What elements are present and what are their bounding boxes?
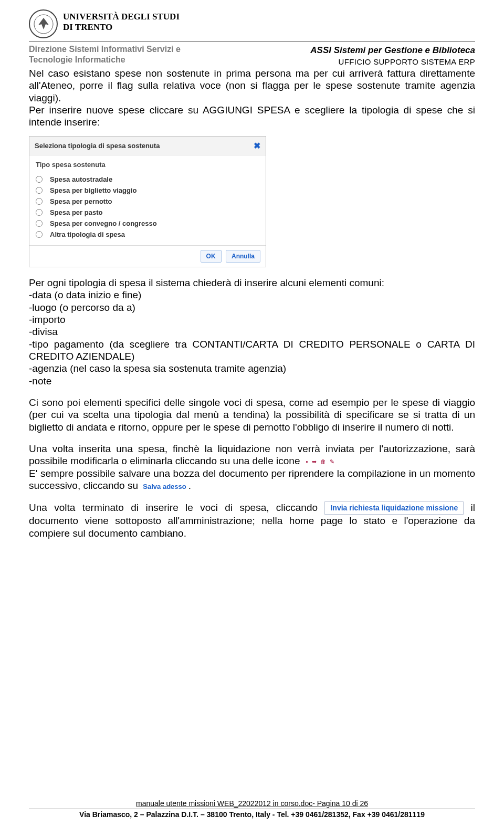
paragraph-5: Una volta inserita una spesa, finchè la … <box>29 443 475 467</box>
list-item: -importo <box>29 313 475 326</box>
radio-label: Spesa per pasto <box>50 208 102 216</box>
radio-option[interactable]: Spesa per pasto <box>35 207 260 218</box>
send-liquidation-request-button[interactable]: Invia richiesta liquidazione missione <box>324 501 464 515</box>
close-icon[interactable]: ✖ <box>254 141 260 151</box>
paragraph-3: Per ogni tipologia di spesa il sistema c… <box>29 277 475 289</box>
radio-option[interactable]: Spesa autostradale <box>35 174 260 185</box>
dialog-subtitle: Tipo spesa sostenuta <box>29 155 266 172</box>
delete-icon[interactable]: 🗑 <box>320 458 326 466</box>
assi-title: ASSI Sistemi per Gestione e Biblioteca <box>310 45 475 56</box>
office-name: UFFICIO SUPPORTO SISTEMA ERP <box>310 57 475 66</box>
detail-icon[interactable]: ▪ <box>306 458 308 466</box>
eagle-seal-icon <box>33 14 54 35</box>
header-divider <box>29 41 475 42</box>
radio-input[interactable] <box>36 187 43 194</box>
radio-input[interactable] <box>36 220 43 227</box>
ok-button[interactable]: OK <box>201 250 222 263</box>
edit-icon[interactable]: ✎ <box>330 458 334 466</box>
page-header: UNIVERSITÀ DEGLI STUDI DI TRENTO <box>29 9 475 38</box>
cancel-button[interactable]: Annulla <box>226 250 260 263</box>
radio-label: Spesa per pernotto <box>50 197 112 205</box>
radio-option[interactable]: Spesa per pernotto <box>35 196 260 207</box>
insert-icon[interactable]: ➥ <box>312 458 317 466</box>
radio-label: Altra tipologia di spesa <box>50 231 125 238</box>
radio-label: Spesa per convegno / congresso <box>50 219 157 227</box>
radio-option[interactable]: Spesa per convegno / congresso <box>35 218 260 229</box>
list-item: -data (o data inizio e fine) <box>29 289 475 301</box>
paragraph-1: Nel caso esistano spese non sostenute in… <box>29 67 475 104</box>
footer-docinfo: manuale utente missioni WEB_22022012 in … <box>29 799 475 808</box>
radio-input[interactable] <box>36 209 43 216</box>
university-name-line2: DI TRENTO <box>63 22 180 33</box>
paragraph-6: Una volta terminato di inserire le voci … <box>29 501 475 539</box>
footer-address: Via Briamasco, 2 – Palazzina D.I.T. – 38… <box>29 810 475 819</box>
save-now-link[interactable]: Salva adesso <box>141 483 188 490</box>
footer-divider <box>29 809 475 809</box>
radio-input[interactable] <box>36 198 43 205</box>
list-item: -agenzia (nel caso la spesa sia sostenut… <box>29 362 475 374</box>
paragraph-4: Ci sono poi elementi specifici delle sin… <box>29 396 475 433</box>
radio-option[interactable]: Spesa per biglietto viaggio <box>35 185 260 196</box>
page-footer: manuale utente missioni WEB_22022012 in … <box>29 799 475 819</box>
university-name-line1: UNIVERSITÀ DEGLI STUDI <box>63 12 180 22</box>
radio-input[interactable] <box>36 176 43 183</box>
list-item: -divisa <box>29 326 475 338</box>
paragraph-5b: E' sempre possibile salvare una bozza de… <box>29 467 475 492</box>
radio-input[interactable] <box>36 231 43 238</box>
university-logo <box>29 9 58 38</box>
list-item: -tipo pagamento (da scegliere tra CONTAN… <box>29 338 475 363</box>
department-name: Direzione Sistemi Informativi Servizi e … <box>29 44 181 65</box>
radio-option[interactable]: Altra tipologia di spesa <box>35 229 260 240</box>
expense-type-dialog: Seleziona tipologia di spesa sostenuta ✖… <box>29 136 266 267</box>
list-item: -note <box>29 375 475 387</box>
dialog-title: Seleziona tipologia di spesa sostenuta <box>35 142 160 150</box>
paragraph-2: Per inserire nuove spese cliccare su AGG… <box>29 104 475 129</box>
action-icons-strip: ▪ ➥ 🗑 ✎ <box>303 458 334 466</box>
list-item: -luogo (o percorso da a) <box>29 301 475 313</box>
radio-label: Spesa per biglietto viaggio <box>50 186 136 194</box>
radio-label: Spesa autostradale <box>50 175 112 183</box>
